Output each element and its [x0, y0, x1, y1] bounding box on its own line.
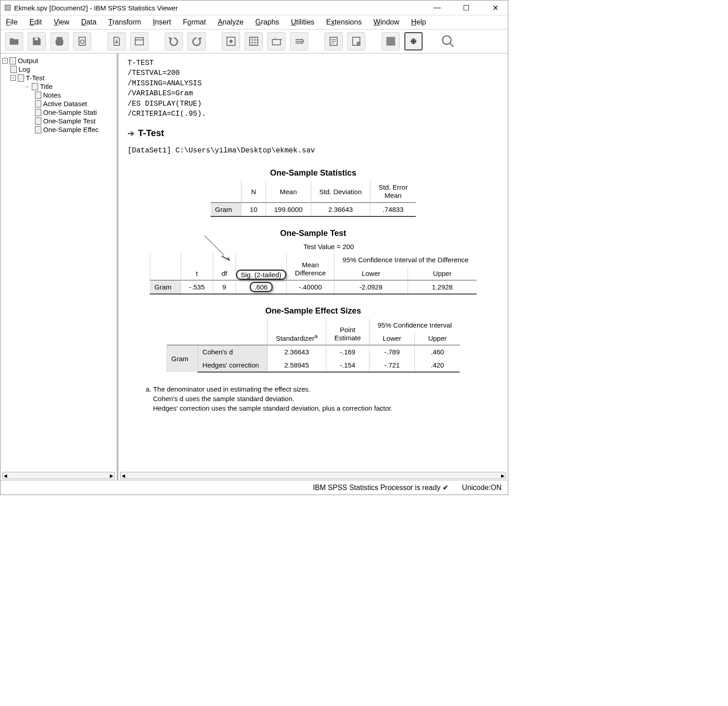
tbl2-title: One-Sample Test: [128, 229, 499, 238]
callout-arrow-icon: [200, 231, 236, 267]
tree-one-sample-stats[interactable]: One-Sample Stati: [2, 108, 115, 117]
statusbar: IBM SPSS Statistics Processor is ready ✔…: [0, 480, 508, 495]
tree-notes[interactable]: Notes: [2, 91, 115, 99]
app-icon: [4, 4, 11, 11]
menu-transform[interactable]: Transform: [108, 18, 141, 26]
content-hscrollbar[interactable]: ◀▶: [120, 472, 506, 479]
save-icon[interactable]: [28, 32, 46, 50]
close-button[interactable]: ✕: [486, 2, 504, 13]
svg-rect-5: [250, 37, 258, 45]
app-window: Ekmek.spv [Document2] - IBM SPSS Statist…: [0, 0, 508, 495]
table-icon: [35, 126, 41, 133]
undo-icon[interactable]: [165, 32, 183, 50]
menu-file[interactable]: File: [6, 18, 18, 26]
svg-rect-1: [79, 37, 85, 45]
insert-text-icon[interactable]: [325, 32, 343, 50]
title-icon: [32, 83, 38, 90]
svg-rect-3: [135, 38, 143, 45]
menu-data[interactable]: Data: [81, 18, 97, 26]
menu-utilities[interactable]: Utilities: [291, 18, 315, 26]
variables-icon[interactable]: [267, 32, 285, 50]
menubar: File Edit View Data Transform Insert For…: [0, 15, 508, 29]
menu-help[interactable]: Help: [411, 18, 426, 26]
outline-hscrollbar[interactable]: ◀▶: [2, 472, 115, 479]
svg-rect-6: [272, 39, 280, 45]
titlebar: Ekmek.spv [Document2] - IBM SPSS Statist…: [0, 0, 508, 15]
svg-point-12: [443, 36, 451, 44]
chart-icon[interactable]: [382, 32, 400, 50]
svg-rect-10: [387, 37, 395, 45]
one-sample-test-table[interactable]: Test Value = 200 t df Sig. (2-tailed) Me…: [150, 241, 477, 294]
menu-window[interactable]: Window: [374, 18, 399, 26]
sig-value-highlight: .606: [250, 282, 273, 292]
menu-graphs[interactable]: Graphs: [256, 18, 279, 26]
menu-insert[interactable]: Insert: [153, 18, 171, 26]
goto-data-icon[interactable]: [222, 32, 240, 50]
output-icon: [10, 57, 16, 64]
window-title: Ekmek.spv [Document2] - IBM SPSS Statist…: [14, 4, 428, 12]
tree-root[interactable]: − Output: [2, 56, 115, 65]
table-icon: [35, 109, 41, 116]
minimize-button[interactable]: —: [428, 2, 446, 13]
search-icon[interactable]: [439, 32, 457, 50]
status-ready: IBM SPSS Statistics Processor is ready: [313, 484, 440, 491]
tree-log-label: Log: [19, 65, 30, 73]
select-icon[interactable]: [290, 32, 308, 50]
preview-icon[interactable]: [73, 32, 91, 50]
syntax-block: T-TEST /TESTVAL=200 /MISSING=ANALYSIS /V…: [128, 58, 499, 119]
menu-format[interactable]: Format: [183, 18, 206, 26]
notes-icon: [35, 92, 41, 99]
one-sample-statistics-table[interactable]: N Mean Std. Deviation Std. ErrorMean Gra…: [211, 181, 416, 217]
dataset-icon: [35, 100, 41, 108]
tbl1-title: One-Sample Statistics: [128, 168, 499, 178]
status-unicode: Unicode:ON: [462, 484, 502, 492]
dataset-path: [DataSet1] C:\Users\yilma\Desktop\ekmek.…: [128, 147, 499, 155]
recall-dialog-icon[interactable]: [130, 32, 148, 50]
section-heading: ➔ T-Test: [128, 128, 499, 138]
menu-analyze[interactable]: Analyze: [218, 18, 244, 26]
menu-edit[interactable]: Edit: [30, 18, 42, 26]
arrow-icon: ➔: [128, 128, 134, 138]
tree-title[interactable]: → Title: [2, 82, 115, 91]
maximize-button[interactable]: ☐: [457, 2, 475, 13]
tree-ttest-label: T-Test: [26, 74, 44, 82]
log-icon: [10, 66, 17, 73]
tree-ttest[interactable]: − T-Test: [2, 74, 115, 82]
outline-pane[interactable]: − Output Log − T-Test → Title Notes: [0, 54, 118, 480]
sig-highlight: Sig. (2-tailed): [236, 270, 286, 280]
svg-line-15: [206, 235, 228, 257]
tree-one-sample-test[interactable]: One-Sample Test: [2, 117, 115, 125]
export-icon[interactable]: [108, 32, 126, 50]
redo-icon[interactable]: [187, 32, 206, 50]
table-icon: [35, 118, 41, 125]
one-sample-effect-sizes-table[interactable]: Standardizera PointEstimate 95% Confiden…: [167, 319, 460, 373]
tbl3-title: One-Sample Effect Sizes: [128, 306, 499, 316]
tree-log[interactable]: Log: [2, 65, 115, 74]
menu-extensions[interactable]: Extensions: [326, 18, 362, 26]
menu-view[interactable]: View: [54, 18, 69, 26]
designate-window-icon[interactable]: [404, 32, 423, 50]
toolbar: [0, 29, 508, 54]
tree-output-label: Output: [18, 57, 38, 64]
open-icon[interactable]: [5, 32, 23, 50]
svg-point-9: [357, 42, 360, 45]
content-pane[interactable]: T-TEST /TESTVAL=200 /MISSING=ANALYSIS /V…: [118, 54, 508, 480]
check-icon: ✔: [443, 483, 448, 492]
svg-point-2: [80, 40, 84, 44]
insert-title-icon[interactable]: [347, 32, 365, 50]
print-icon[interactable]: [50, 32, 69, 50]
tree-one-sample-effect[interactable]: One-Sample Effec: [2, 125, 115, 134]
goto-case-icon[interactable]: [245, 32, 263, 50]
ttest-icon: [18, 74, 24, 82]
footnote: a. The denominator used in estimating th…: [146, 384, 499, 413]
tree-active-dataset[interactable]: Active Dataset: [2, 99, 115, 108]
svg-rect-0: [5, 5, 10, 10]
